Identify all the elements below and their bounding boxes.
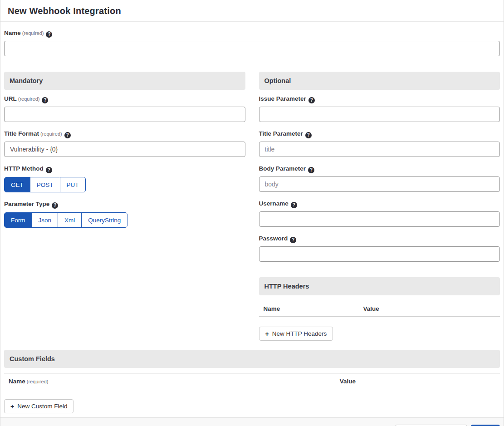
- http-headers-section: HTTP Headers Name Value + New HTTP Heade…: [259, 277, 500, 341]
- help-icon[interactable]: ?: [308, 167, 314, 173]
- username-field-group: Username?: [259, 200, 500, 227]
- body-parameter-field-group: Body Parameter?: [259, 165, 500, 192]
- title-parameter-label: Title Parameter?: [259, 130, 500, 138]
- help-icon[interactable]: ?: [291, 202, 297, 208]
- http-method-get-button[interactable]: GET: [5, 177, 30, 192]
- title-format-input[interactable]: [4, 142, 245, 157]
- http-method-field-group: HTTP Method? GET POST PUT: [4, 165, 245, 192]
- optional-column: Optional Issue Parameter? Title Paramete…: [259, 72, 500, 341]
- http-method-button-group: GET POST PUT: [4, 177, 86, 192]
- title-format-label: Title Format(required)?: [4, 130, 245, 138]
- new-custom-field-button[interactable]: + New Custom Field: [4, 399, 73, 413]
- password-field-group: Password?: [259, 235, 500, 262]
- required-hint: (required): [22, 30, 44, 36]
- plus-icon: +: [265, 330, 269, 338]
- url-label: URL(required)?: [4, 95, 245, 103]
- card-body: Name(required)? Mandatory URL(required)?…: [0, 22, 504, 417]
- new-custom-field-button-label: New Custom Field: [17, 403, 67, 410]
- card-header: New Webhook Integration: [0, 0, 504, 22]
- custom-fields-section: Custom Fields Name(required) Value + New…: [4, 350, 500, 417]
- optional-section-header: Optional: [259, 72, 500, 90]
- help-icon[interactable]: ?: [42, 97, 48, 103]
- http-headers-table-header: Name Value: [259, 301, 500, 317]
- issue-parameter-field-group: Issue Parameter?: [259, 95, 500, 122]
- help-icon[interactable]: ?: [46, 31, 52, 38]
- spacer: [4, 413, 500, 417]
- http-method-label: HTTP Method?: [4, 165, 245, 173]
- two-column-layout: Mandatory URL(required)? Title Format(re…: [4, 72, 500, 341]
- parameter-type-button-group: Form Json Xml QueryString: [4, 212, 127, 228]
- help-icon[interactable]: ?: [52, 202, 58, 209]
- help-icon[interactable]: ?: [290, 237, 296, 243]
- http-headers-value-column-header: Value: [363, 305, 495, 312]
- title-parameter-input[interactable]: [259, 142, 500, 157]
- custom-fields-name-column-header: Name(required): [9, 378, 340, 385]
- parameter-type-field-group: Parameter Type? Form Json Xml QueryStrin…: [4, 201, 245, 228]
- parameter-type-xml-button[interactable]: Xml: [58, 213, 81, 227]
- parameter-type-form-button[interactable]: Form: [5, 213, 32, 227]
- new-webhook-integration-card: New Webhook Integration Name(required)? …: [0, 0, 504, 426]
- http-method-put-button[interactable]: PUT: [60, 177, 85, 192]
- card-footer: Create Sample Issue Save: [0, 417, 504, 426]
- issue-parameter-label: Issue Parameter?: [259, 95, 500, 103]
- custom-fields-table-header: Name(required) Value: [4, 373, 500, 389]
- mandatory-column: Mandatory URL(required)? Title Format(re…: [4, 72, 245, 236]
- password-label: Password?: [259, 235, 500, 243]
- title-parameter-field-group: Title Parameter?: [259, 130, 500, 157]
- body-parameter-input[interactable]: [259, 176, 500, 192]
- new-http-headers-button-label: New HTTP Headers: [272, 330, 327, 337]
- password-input[interactable]: [259, 246, 500, 262]
- title-format-field-group: Title Format(required)?: [4, 130, 245, 157]
- plus-icon: +: [10, 403, 14, 410]
- help-icon[interactable]: ?: [46, 167, 52, 173]
- parameter-type-label: Parameter Type?: [4, 201, 245, 209]
- help-icon[interactable]: ?: [64, 132, 71, 138]
- custom-fields-value-column-header: Value: [340, 378, 495, 385]
- help-icon[interactable]: ?: [308, 97, 315, 103]
- parameter-type-json-button[interactable]: Json: [32, 213, 58, 227]
- required-hint: (required): [40, 131, 62, 137]
- help-icon[interactable]: ?: [305, 132, 312, 138]
- username-input[interactable]: [259, 211, 500, 227]
- mandatory-section-header: Mandatory: [4, 72, 245, 90]
- required-hint: (required): [18, 96, 40, 102]
- http-method-post-button[interactable]: POST: [30, 177, 60, 192]
- http-headers-section-header: HTTP Headers: [259, 277, 500, 295]
- new-http-headers-button[interactable]: + New HTTP Headers: [259, 327, 333, 341]
- url-field-group: URL(required)?: [4, 95, 245, 122]
- issue-parameter-input[interactable]: [259, 107, 500, 122]
- username-label: Username?: [259, 200, 500, 208]
- name-label: Name(required)?: [4, 29, 500, 38]
- parameter-type-querystring-button[interactable]: QueryString: [81, 213, 127, 227]
- body-parameter-label: Body Parameter?: [259, 165, 500, 173]
- url-input[interactable]: [4, 107, 245, 122]
- http-headers-name-column-header: Name: [264, 305, 363, 312]
- required-hint: (required): [27, 379, 49, 384]
- name-field-group: Name(required)?: [4, 29, 500, 56]
- page-title: New Webhook Integration: [8, 6, 496, 16]
- custom-fields-section-header: Custom Fields: [4, 350, 500, 368]
- name-input[interactable]: [4, 41, 500, 56]
